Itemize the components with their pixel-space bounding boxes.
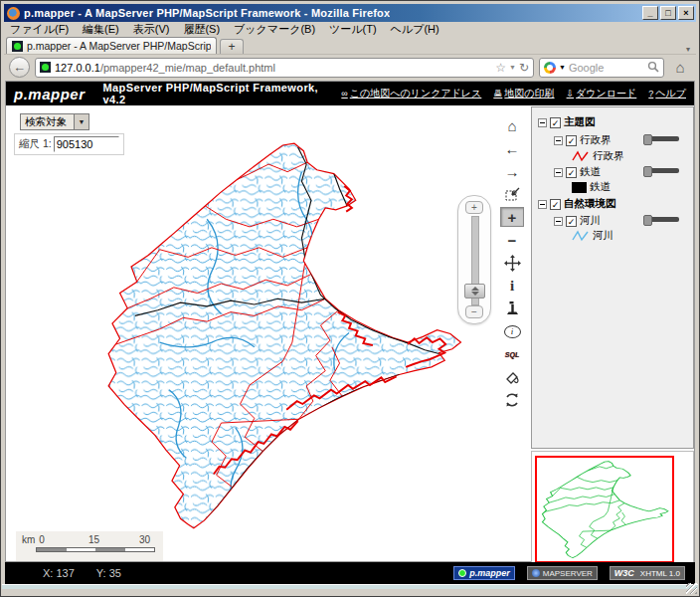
opacity-slider-admin[interactable] (645, 136, 679, 141)
printer-icon: 🖶 (493, 89, 502, 99)
search-bar[interactable]: ▼ Google (539, 58, 664, 78)
collapse-icon[interactable] (554, 168, 563, 177)
menu-edit[interactable]: 編集(E) (83, 22, 119, 37)
download-link[interactable]: ⇩ダウンロード (567, 87, 637, 100)
collapse-icon[interactable] (554, 217, 563, 226)
url-path: /pmapper42_mie/map_default.phtml (100, 62, 275, 74)
collapse-icon[interactable] (538, 200, 547, 209)
pan-button[interactable] (500, 253, 524, 273)
legend-group-thematic[interactable]: ✓ 主題図 (538, 115, 596, 129)
menu-history[interactable]: 履歴(S) (183, 22, 220, 37)
home-extent-button[interactable]: ⌂ (500, 115, 524, 135)
search-input[interactable]: Google (569, 62, 644, 74)
search-target-select[interactable]: 検索対象 ▼ (20, 113, 89, 130)
legend-layer-admin[interactable]: ✓ 行政界 (554, 133, 612, 147)
select-button[interactable] (500, 298, 524, 318)
select-icon (505, 300, 520, 316)
help-link[interactable]: ?ヘルプ (648, 87, 686, 100)
legend-group-label: 自然環境図 (564, 197, 616, 211)
sql-query-icon: SQL (505, 351, 519, 358)
legend-group-nature[interactable]: ✓ 自然環境図 (538, 197, 616, 211)
collapse-icon[interactable] (538, 118, 547, 127)
identify-button[interactable]: i (500, 276, 524, 296)
url-bar[interactable]: 127.0.0.1/pmapper42_mie/map_default.phtm… (35, 58, 534, 78)
slider-zoom-in-button[interactable]: + (465, 201, 483, 214)
url-dropdown-icon[interactable]: ▼ (509, 64, 516, 71)
home-button[interactable]: ⌂ (669, 57, 691, 78)
collapse-icon[interactable] (554, 136, 563, 145)
mapserver-badge[interactable]: MAPSERVER (527, 566, 598, 580)
menu-tools[interactable]: ツール(T) (329, 22, 377, 37)
back-button[interactable]: ← (9, 57, 30, 78)
scale-label: 縮尺 1: (19, 137, 52, 151)
legend-layer-river[interactable]: ✓ 河川 (554, 214, 601, 228)
new-tab-button[interactable]: + (220, 39, 244, 54)
checkbox-nature[interactable]: ✓ (550, 199, 561, 210)
zoom-slider[interactable]: + − (457, 195, 491, 324)
url-text[interactable]: 127.0.0.1/pmapper42_mie/map_default.phtm… (55, 62, 491, 74)
print-map-label: 地図の印刷 (504, 87, 554, 100)
legend-item-river: 河川 (572, 229, 613, 243)
pmapper-logo: p.mapper (14, 86, 86, 102)
blue-zigzag-swatch (572, 230, 590, 242)
menu-file[interactable]: ファイル(F) (10, 22, 69, 37)
cursor-x-coordinate: X: 137 (43, 567, 75, 579)
status-bar: X: 137 Y: 35 p.mapper MAPSERVER W3CXHTML… (5, 562, 695, 584)
legend-layer-label: 行政界 (580, 133, 612, 147)
checkbox-railway[interactable]: ✓ (566, 167, 577, 178)
pmapper-badge[interactable]: p.mapper (453, 566, 515, 580)
checkbox-river[interactable]: ✓ (566, 216, 577, 227)
slider-zoom-out-button[interactable]: − (465, 305, 483, 318)
maximize-button[interactable]: □ (660, 6, 676, 20)
query-button[interactable]: SQL (500, 344, 524, 364)
overview-map[interactable] (531, 451, 694, 567)
link-address-link[interactable]: ∞この地図へのリンクアドレス (341, 87, 481, 100)
opacity-slider-river[interactable] (645, 217, 679, 222)
close-button[interactable]: × (678, 6, 694, 20)
menu-view[interactable]: 表示(V) (133, 22, 170, 37)
navigation-bar: ← 127.0.0.1/pmapper42_mie/map_default.ph… (4, 54, 696, 80)
link-icon: ∞ (341, 89, 347, 99)
tab-pmapper[interactable]: p.mapper - A MapServer PHP/MapScript ... (6, 37, 217, 54)
minimize-button[interactable]: _ (642, 6, 658, 20)
google-icon (544, 62, 556, 74)
bookmark-star-icon[interactable]: ☆ (495, 61, 506, 75)
legend-group-label: 主題図 (564, 115, 596, 129)
overview-map-canvas (537, 458, 672, 561)
zoom-out-button[interactable]: − (500, 230, 524, 250)
paint-bucket-icon (504, 370, 520, 385)
clear-button[interactable] (500, 367, 524, 387)
refresh-button[interactable] (500, 390, 524, 410)
print-map-link[interactable]: 🖶地図の印刷 (493, 87, 554, 100)
main-area: 検索対象 ▼ 縮尺 1: + − ⌂ ← → (6, 105, 694, 561)
legend-item-admin: 行政界 (572, 149, 624, 163)
forward-extent-button[interactable]: → (500, 161, 524, 181)
list-tabs-button[interactable]: ▾ (686, 45, 690, 54)
scale-tick: 0 (39, 534, 45, 545)
back-extent-button[interactable]: ← (500, 138, 524, 158)
w3c-badge[interactable]: W3CXHTML 1.0 (610, 566, 685, 580)
resize-grip[interactable] (686, 583, 697, 594)
zoom-slider-handle[interactable] (464, 284, 485, 298)
black-square-swatch (572, 182, 587, 193)
menu-bookmarks[interactable]: ブックマーク(B) (234, 22, 315, 37)
checkbox-admin[interactable]: ✓ (566, 135, 577, 146)
opacity-slider-railway[interactable] (645, 168, 679, 173)
menu-bar: ファイル(F) 編集(E) 表示(V) 履歴(S) ブックマーク(B) ツール(… (4, 22, 696, 37)
zoom-to-selected-button[interactable] (500, 184, 524, 204)
reload-icon[interactable]: ↻ (519, 61, 529, 75)
search-icon[interactable] (647, 59, 659, 77)
overview-extent-frame (535, 456, 674, 563)
site-favicon (40, 62, 51, 73)
legend-panel: ✓ 主題図 ✓ 行政界 行政界 ✓ 鉄道 (531, 106, 694, 449)
checkbox-thematic[interactable]: ✓ (550, 117, 561, 128)
globe-icon (532, 569, 540, 577)
scale-input[interactable] (54, 136, 119, 152)
menu-help[interactable]: ヘルプ(H) (391, 22, 439, 37)
auto-identify-button[interactable]: i (500, 321, 524, 341)
search-engine-dropdown-icon[interactable]: ▼ (559, 64, 566, 71)
zoom-in-button[interactable]: + (500, 207, 524, 227)
legend-layer-railway[interactable]: ✓ 鉄道 (554, 165, 601, 179)
scale-tick: 15 (88, 534, 99, 545)
map-canvas[interactable] (6, 105, 495, 543)
